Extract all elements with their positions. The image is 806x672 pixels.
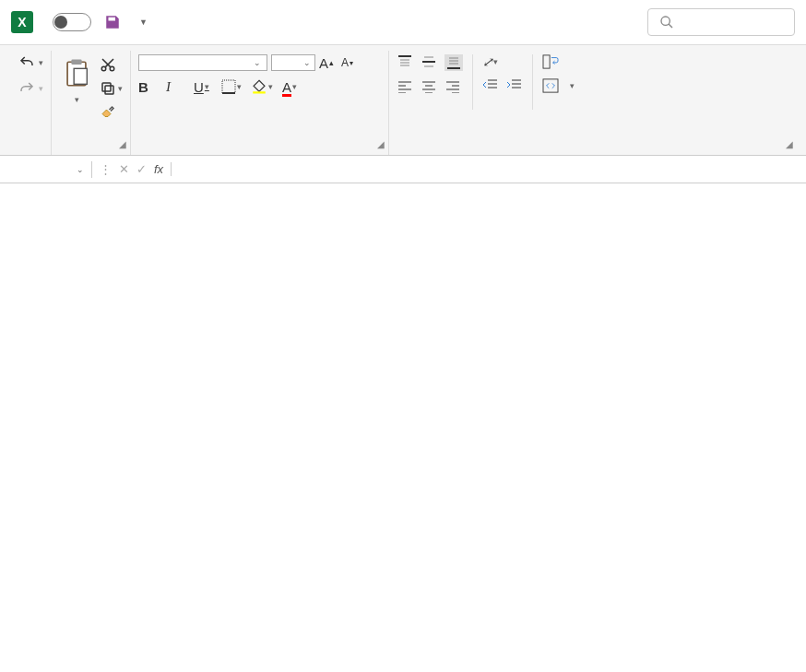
chevron-down-icon: ▾ — [118, 84, 123, 93]
align-right-icon — [444, 80, 461, 93]
wrap-text-icon — [542, 54, 559, 69]
chevron-down-icon: ⌄ — [77, 165, 84, 174]
bold-button[interactable]: B — [138, 79, 157, 95]
align-top-button[interactable] — [397, 54, 413, 71]
chevron-down-icon: ▾ — [268, 82, 273, 91]
undo-button[interactable]: ▾ — [17, 54, 43, 71]
enter-formula-icon[interactable]: ✓ — [136, 162, 147, 176]
alignment-group: ⤢ ▾ ▾ — [389, 51, 797, 155]
chevron-down-icon: ▾ — [39, 84, 43, 93]
align-middle-icon — [421, 54, 437, 69]
svg-line-1 — [669, 24, 672, 28]
title-bar: ▼ — [0, 0, 806, 44]
underline-button[interactable]: U▾ — [194, 79, 212, 95]
chevron-down-icon: ⌄ — [254, 58, 261, 67]
font-color-button[interactable]: A ▾ — [282, 79, 297, 95]
undo-group: ▾ ▾ — [9, 51, 52, 155]
chevron-down-icon[interactable]: ▾ — [205, 82, 209, 91]
font-size-combo[interactable]: ⌄ — [271, 54, 315, 71]
toggle-knob — [54, 16, 67, 29]
copy-button[interactable]: ▾ — [100, 80, 123, 97]
formula-input[interactable] — [172, 166, 806, 173]
chevron-down-icon: ▾ — [75, 95, 79, 104]
chevron-down-icon: ▾ — [493, 57, 498, 66]
svg-rect-11 — [253, 91, 266, 93]
search-icon — [659, 15, 674, 29]
undo-icon — [17, 54, 37, 71]
name-box[interactable]: ⌄ — [0, 161, 92, 178]
bucket-icon — [251, 78, 267, 95]
align-right-button[interactable] — [444, 80, 461, 93]
orientation-icon: ⤢ — [482, 54, 493, 69]
increase-indent-button[interactable] — [506, 78, 523, 91]
chevron-down-icon: ▾ — [39, 58, 43, 67]
search-input[interactable] — [647, 8, 795, 36]
svg-rect-3 — [71, 59, 81, 65]
copy-icon — [100, 80, 116, 97]
increase-indent-icon — [506, 78, 523, 91]
merge-center-button[interactable]: ▾ — [542, 78, 575, 93]
align-center-button[interactable] — [421, 80, 437, 93]
align-left-button[interactable] — [397, 80, 413, 93]
svg-point-6 — [110, 66, 114, 71]
undo-group-label — [17, 147, 43, 155]
align-bottom-icon — [445, 55, 462, 70]
svg-point-0 — [661, 17, 670, 25]
svg-rect-8 — [102, 83, 111, 91]
align-center-icon — [421, 80, 437, 93]
svg-rect-4 — [74, 68, 87, 84]
increase-font-button[interactable]: A▴ — [319, 55, 338, 71]
clipboard-group-label — [59, 147, 123, 155]
fill-color-button[interactable]: ▾ — [251, 78, 273, 95]
chevron-down-icon: ▾ — [237, 82, 242, 91]
format-painter-button[interactable] — [100, 104, 123, 121]
align-top-icon — [397, 54, 413, 69]
alignment-group-label — [397, 147, 789, 155]
redo-icon — [17, 80, 37, 97]
excel-app-icon — [11, 11, 33, 33]
font-group-label — [138, 147, 381, 155]
autosave-toggle[interactable] — [46, 13, 91, 31]
redo-button[interactable]: ▾ — [17, 80, 43, 97]
clipboard-launcher-icon[interactable]: ◢ — [119, 139, 126, 149]
orientation-button[interactable]: ⤢ ▾ — [482, 54, 498, 69]
align-bottom-button[interactable] — [444, 54, 463, 71]
paintbrush-icon — [100, 104, 116, 121]
scissors-icon — [100, 56, 116, 73]
borders-button[interactable]: ▾ — [221, 79, 242, 94]
paste-button[interactable]: ▾ — [59, 54, 94, 106]
merge-icon — [542, 78, 559, 93]
chevron-down-icon: ▾ — [292, 82, 297, 91]
decrease-indent-icon — [482, 78, 499, 91]
save-icon[interactable] — [104, 14, 121, 30]
name-box-dropdown-icon[interactable]: ⋮ — [100, 162, 112, 176]
align-left-icon — [397, 80, 413, 93]
alignment-launcher-icon[interactable]: ◢ — [786, 139, 793, 149]
decrease-indent-button[interactable] — [482, 78, 499, 91]
paste-icon — [61, 56, 92, 91]
border-icon — [221, 79, 236, 94]
svg-rect-41 — [543, 55, 550, 68]
clipboard-group: ▾ ▾ ◢ — [52, 51, 131, 155]
fx-icon[interactable]: fx — [154, 162, 163, 176]
font-color-icon: A — [282, 79, 291, 95]
font-launcher-icon[interactable]: ◢ — [377, 139, 385, 149]
svg-rect-42 — [543, 79, 558, 92]
font-group: ⌄ ⌄ A▴ A▾ B I U▾ ▾ ▾ — [131, 51, 389, 155]
chevron-down-icon: ▾ — [570, 81, 575, 90]
ribbon: ▾ ▾ ▾ ▾ — [0, 45, 806, 156]
svg-point-5 — [101, 66, 106, 71]
decrease-font-button[interactable]: A▾ — [341, 56, 360, 69]
chevron-down-icon: ▼ — [139, 18, 148, 27]
cut-button[interactable] — [100, 56, 123, 73]
italic-button[interactable]: I — [166, 79, 184, 95]
autosave-switch[interactable] — [53, 13, 91, 31]
formula-bar: ⌄ ⋮ ✕ ✓ fx — [0, 156, 806, 183]
document-title[interactable]: ▼ — [134, 18, 148, 27]
font-name-combo[interactable]: ⌄ — [138, 54, 267, 71]
wrap-text-button[interactable] — [542, 54, 575, 69]
svg-rect-7 — [105, 86, 113, 94]
cancel-formula-icon[interactable]: ✕ — [119, 162, 129, 176]
chevron-down-icon: ⌄ — [303, 58, 311, 67]
align-middle-button[interactable] — [421, 54, 437, 71]
